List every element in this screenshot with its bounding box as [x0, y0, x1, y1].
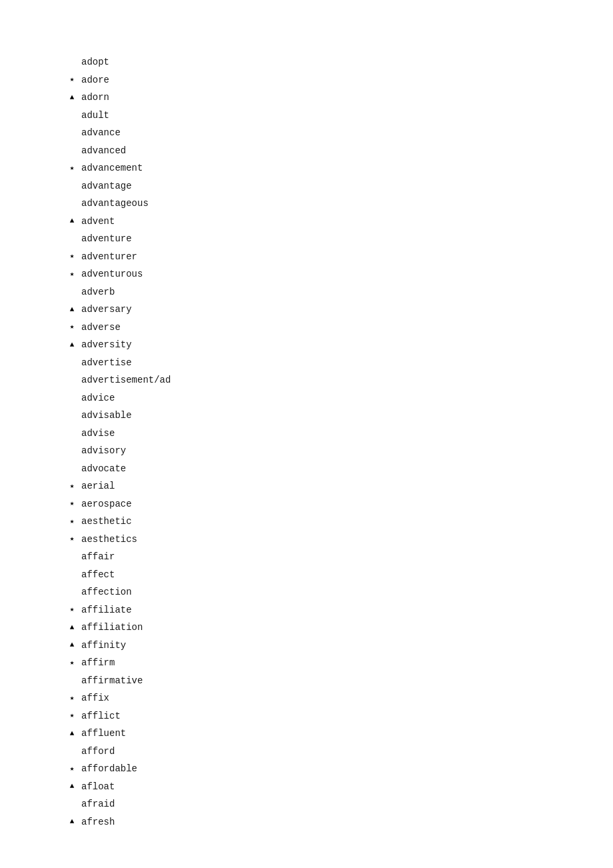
list-item: ▲affinity: [67, 637, 613, 655]
triangle-icon: ▲: [67, 339, 77, 351]
list-item: ▲afresh: [67, 813, 613, 831]
word-label: advocate: [81, 461, 126, 477]
word-label: aesthetics: [81, 531, 137, 548]
list-item: ▲adversity: [67, 336, 613, 354]
word-label: aerial: [81, 478, 115, 495]
star-icon: ★: [67, 763, 77, 775]
word-label: advice: [81, 390, 115, 407]
list-item: advance: [67, 124, 613, 142]
list-item: advocate: [67, 460, 613, 478]
star-icon: ★: [67, 692, 77, 705]
word-label: afraid: [81, 796, 115, 813]
word-label: affiliation: [81, 619, 143, 636]
list-item: adventure: [67, 230, 613, 248]
word-label: advisory: [81, 443, 126, 459]
star-icon: ★: [67, 73, 77, 86]
list-item: ★aesthetics: [67, 531, 613, 549]
list-item: adult: [67, 107, 613, 125]
list-item: advertisement/ad: [67, 371, 613, 389]
star-icon: ★: [67, 533, 77, 545]
star-icon: ★: [67, 480, 77, 493]
list-item: advisory: [67, 442, 613, 460]
word-label: afloat: [81, 779, 115, 795]
word-label: advisable: [81, 407, 132, 424]
word-label: adventurer: [81, 249, 137, 265]
word-label: affect: [81, 567, 115, 583]
list-item: affair: [67, 548, 613, 566]
triangle-icon: ▲: [67, 621, 77, 634]
list-item: advantage: [67, 177, 613, 195]
word-label: aerospace: [81, 496, 132, 513]
word-label: advance: [81, 125, 121, 141]
list-item: afraid: [67, 795, 613, 813]
star-icon: ★: [67, 268, 77, 281]
list-item: affect: [67, 566, 613, 584]
list-item: ★adverse: [67, 319, 613, 337]
triangle-icon: ▲: [67, 727, 77, 740]
triangle-icon: ▲: [67, 303, 77, 316]
list-item: ▲afloat: [67, 778, 613, 796]
list-item: ★advancement: [67, 159, 613, 177]
word-label: affluent: [81, 725, 126, 742]
list-item: ▲affluent: [67, 725, 613, 743]
list-item: advise: [67, 425, 613, 443]
list-item: ★aesthetic: [67, 513, 613, 531]
list-item: advertise: [67, 354, 613, 372]
triangle-icon: ▲: [67, 639, 77, 651]
word-label: advantageous: [81, 195, 149, 212]
triangle-icon: ▲: [67, 815, 77, 828]
word-label: affiliate: [81, 602, 132, 619]
word-label: adventure: [81, 231, 132, 247]
word-label: adverb: [81, 284, 115, 301]
list-item: affection: [67, 583, 613, 601]
list-item: ★adventurer: [67, 248, 613, 266]
word-label: adversity: [81, 337, 132, 353]
star-icon: ★: [67, 162, 77, 175]
word-label: adorn: [81, 89, 109, 106]
word-label: advancement: [81, 160, 143, 177]
list-item: ★aerospace: [67, 495, 613, 513]
word-label: advent: [81, 213, 115, 230]
list-item: ★aerial: [67, 477, 613, 495]
star-icon: ★: [67, 497, 77, 510]
word-label: adopt: [81, 54, 109, 71]
word-label: adventurous: [81, 266, 143, 283]
word-label: aesthetic: [81, 513, 132, 530]
word-label: affection: [81, 584, 132, 601]
triangle-icon: ▲: [67, 780, 77, 793]
triangle-icon: ▲: [67, 215, 77, 227]
word-label: advertise: [81, 355, 132, 371]
list-item: advanced: [67, 142, 613, 160]
list-item: ★affiliate: [67, 601, 613, 619]
list-item: ★affix: [67, 689, 613, 707]
list-item: adverb: [67, 283, 613, 301]
word-label: advise: [81, 425, 115, 442]
word-label: affirmative: [81, 673, 143, 689]
star-icon: ★: [67, 603, 77, 616]
star-icon: ★: [67, 515, 77, 528]
list-item: adopt: [67, 53, 613, 71]
list-item: ▲adorn: [67, 89, 613, 107]
word-label: advertisement/ad: [81, 372, 171, 389]
star-icon: ★: [67, 657, 77, 669]
list-item: advisable: [67, 407, 613, 425]
list-item: ★affordable: [67, 760, 613, 778]
star-icon: ★: [67, 321, 77, 333]
triangle-icon: ▲: [67, 91, 77, 104]
word-label: adore: [81, 72, 109, 89]
list-item: ▲advent: [67, 213, 613, 231]
word-label: affair: [81, 549, 115, 565]
list-item: ★adventurous: [67, 265, 613, 283]
list-item: advantageous: [67, 195, 613, 213]
word-label: adverse: [81, 319, 121, 336]
list-item: ▲affiliation: [67, 619, 613, 637]
word-label: affix: [81, 690, 109, 707]
word-label: affirm: [81, 655, 115, 671]
word-label: affinity: [81, 637, 126, 654]
word-label: adversary: [81, 301, 132, 318]
word-label: adult: [81, 107, 109, 124]
list-item: advice: [67, 389, 613, 407]
list-item: ▲adversary: [67, 301, 613, 319]
list-item: afford: [67, 743, 613, 761]
list-item: affirmative: [67, 672, 613, 690]
